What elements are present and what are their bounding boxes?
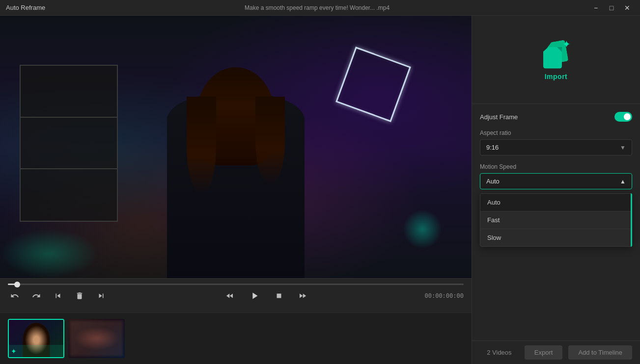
maximize-button[interactable]: □ — [605, 3, 618, 13]
motion-speed-options-list: Auto Fast Slow — [480, 193, 632, 247]
motion-speed-option-slow[interactable]: Slow — [480, 229, 632, 246]
aspect-ratio-value: 9:16 — [486, 144, 499, 151]
left-panel: 00:00:00:00 ✦ — [0, 16, 472, 364]
person-figure — [138, 62, 334, 278]
app-title: Auto Reframe — [6, 4, 45, 11]
video-background — [0, 16, 472, 278]
export-button[interactable]: Export — [525, 345, 563, 360]
time-display: 00:00:00:00 — [425, 292, 464, 299]
skip-start-button[interactable] — [51, 289, 65, 303]
teal-accent — [403, 209, 442, 249]
motion-speed-field: Motion Speed Auto ▲ — [480, 163, 632, 189]
aspect-ratio-field: Aspect ratio 9:16 ▼ — [480, 130, 632, 156]
thumb1-icon: ✦ — [11, 347, 17, 355]
sparkle-icon: ✦ — [562, 39, 571, 49]
motion-speed-label: Motion Speed — [480, 163, 632, 170]
step-back-button[interactable] — [223, 289, 237, 303]
add-to-timeline-button[interactable]: Add to Timeline — [568, 345, 632, 360]
main-layout: 00:00:00:00 ✦ — [0, 16, 640, 364]
close-button[interactable]: ✕ — [620, 3, 634, 13]
aspect-ratio-label: Aspect ratio — [480, 130, 632, 136]
motion-speed-dropdown: Auto Fast Slow — [480, 193, 632, 247]
controls-left — [8, 289, 108, 303]
titlebar: Auto Reframe Make a smooth speed ramp ev… — [0, 0, 640, 16]
aspect-ratio-select[interactable]: 9:16 ▼ — [480, 139, 632, 156]
teal-glow — [0, 229, 98, 278]
progress-bar-wrap[interactable] — [8, 279, 464, 288]
motion-speed-chevron-up-icon: ▲ — [620, 178, 626, 185]
thumbnail-1[interactable]: ✦ — [8, 319, 64, 358]
video-preview — [0, 16, 472, 278]
minimize-button[interactable]: − — [589, 3, 603, 13]
video-count: 2 Videos — [487, 349, 511, 356]
play-button[interactable] — [247, 288, 262, 304]
import-section: ✦ Import — [472, 16, 640, 104]
progress-track[interactable] — [8, 284, 464, 285]
undo-button[interactable] — [8, 289, 22, 303]
right-panel: ✦ Import Adjust Frame Aspect ratio 9:16 … — [472, 16, 640, 364]
thumbnail-strip: ✦ — [0, 312, 472, 364]
adjust-frame-toggle[interactable] — [614, 112, 632, 122]
import-button[interactable]: Import — [545, 73, 568, 80]
step-forward-button[interactable] — [296, 289, 309, 303]
controls-row: 00:00:00:00 — [8, 288, 464, 304]
skip-end-button[interactable] — [94, 289, 108, 303]
file-name: Make a smooth speed ramp every time! Won… — [45, 4, 589, 11]
bottom-bar: 2 Videos Export Add to Timeline — [472, 340, 640, 364]
stop-button[interactable] — [272, 289, 286, 303]
motion-speed-select[interactable]: Auto ▲ — [480, 173, 632, 189]
controls-center — [223, 288, 309, 304]
thumbnail-2[interactable] — [68, 319, 125, 358]
adjust-header: Adjust Frame — [480, 112, 632, 122]
motion-speed-option-auto[interactable]: Auto — [480, 194, 632, 211]
delete-button[interactable] — [73, 289, 86, 303]
playback-bar: 00:00:00:00 — [0, 278, 472, 312]
adjust-frame-title: Adjust Frame — [480, 113, 518, 121]
window-controls: − □ ✕ — [589, 3, 634, 13]
redo-button[interactable] — [29, 289, 43, 303]
motion-speed-option-fast[interactable]: Fast — [480, 211, 632, 229]
progress-handle[interactable] — [14, 282, 20, 287]
shelf-decoration — [20, 65, 118, 222]
aspect-ratio-chevron-down-icon: ▼ — [620, 144, 626, 151]
import-icon: ✦ — [541, 39, 571, 69]
motion-speed-value: Auto — [486, 178, 500, 185]
adjust-section: Adjust Frame Aspect ratio 9:16 ▼ Motion … — [472, 104, 640, 340]
